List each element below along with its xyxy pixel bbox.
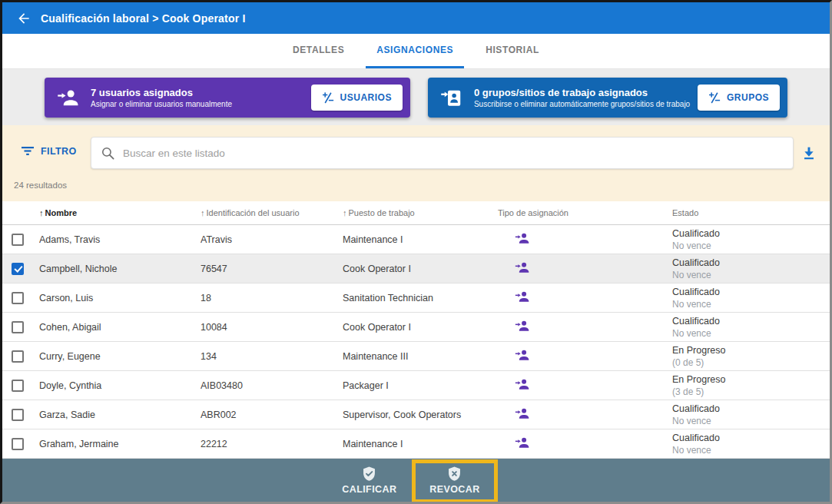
status-detail: No vence (672, 327, 830, 340)
status-detail: No vence (672, 298, 830, 310)
action-toolbar: CALIFICAR REVOCAR (2, 459, 830, 502)
plus-minus-icon (708, 91, 721, 104)
cell-job-title: Maintenance I (343, 439, 498, 449)
row-checkbox[interactable] (12, 263, 24, 275)
column-header-puesto[interactable]: ↑ Puesto de trabajo (343, 208, 498, 217)
back-button[interactable] (13, 8, 35, 29)
table-row[interactable]: Cohen, Abigail 10084 Cook Operator I Cua… (2, 313, 830, 342)
cell-job-title: Maintenance III (343, 351, 498, 362)
table-row[interactable]: Carson, Luis 18 Sanitation Technician Cu… (2, 284, 830, 313)
column-header-nombre[interactable]: ↑ Nombre (39, 208, 201, 217)
column-header-estado[interactable]: Estado (672, 208, 830, 217)
row-checkbox[interactable] (12, 234, 24, 246)
shield-check-icon (361, 466, 377, 482)
revocar-button[interactable]: REVOCAR (422, 464, 487, 496)
table-body: Adams, Travis ATravis Maintenance I Cual… (2, 225, 830, 459)
cell-name: Curry, Eugene (39, 351, 201, 362)
table-header: ↑ Nombre ↑ Identificación del usuario ↑ … (2, 201, 830, 225)
status-text: En Progreso (672, 344, 830, 356)
table-row[interactable]: Campbell, Nichole 76547 Cook Operator I … (2, 254, 830, 284)
users-banner-title: 7 usuarios asignados (91, 86, 311, 99)
grupos-button[interactable]: GRUPOS (698, 85, 780, 111)
download-icon (801, 144, 817, 161)
status-text: Cualificado (672, 227, 830, 240)
cell-name: Graham, Jermaine (39, 439, 201, 449)
cell-name: Adams, Travis (39, 234, 201, 245)
tab-asignaciones[interactable]: ASIGNACIONES (366, 34, 464, 68)
users-assigned-banner: 7 usuarios asignados Asignar o eliminar … (45, 78, 410, 118)
cell-name: Carson, Luis (39, 293, 201, 303)
filter-button[interactable]: FILTRO (21, 145, 77, 157)
search-input[interactable] (123, 148, 784, 159)
sort-ascending-icon: ↑ (39, 208, 44, 217)
status-detail: No vence (672, 444, 830, 456)
status-text: Cualificado (672, 315, 830, 327)
cell-name: Garza, Sadie (39, 410, 201, 420)
cell-job-title: Supervisor, Cook Operators (343, 410, 498, 420)
table-row[interactable]: Doyle, Cynthia AIB03480 Packager I En Pr… (2, 371, 830, 400)
row-checkbox[interactable] (12, 409, 24, 421)
cell-user-id: ATravis (201, 234, 343, 245)
person-add-icon (57, 86, 80, 109)
calificar-button[interactable]: CALIFICAR (334, 464, 404, 496)
revoke-highlight-box: REVOCAR (412, 459, 497, 503)
results-count: 24 resultados (14, 181, 67, 190)
table-row[interactable]: Adams, Travis ATravis Maintenance I Cual… (2, 225, 830, 254)
tab-detalles[interactable]: DETALLES (282, 34, 355, 68)
status-text: Cualificado (672, 257, 830, 269)
cell-user-id: 22212 (201, 439, 343, 449)
groups-banner-subtitle: Suscribirse o eliminar automáticamente g… (474, 99, 698, 109)
plus-minus-icon (322, 91, 334, 104)
table-row[interactable]: Graham, Jermaine 22212 Maintenance I Cua… (2, 429, 830, 459)
cell-user-id: 134 (201, 351, 343, 362)
groups-banner-title: 0 grupos/sitios de trabajo asignados (474, 86, 698, 99)
row-checkbox[interactable] (12, 292, 24, 304)
cell-user-id: AIB03480 (201, 380, 343, 391)
manual-assignment-icon (515, 230, 530, 246)
status-detail: No vence (672, 415, 830, 427)
status-detail: No vence (672, 240, 830, 252)
manual-assignment-icon (515, 406, 530, 421)
cell-user-id: 18 (201, 293, 343, 303)
row-checkbox[interactable] (12, 321, 24, 333)
column-header-tipo[interactable]: Tipo de asignación (498, 208, 672, 217)
manual-assignment-icon (515, 347, 530, 363)
cell-user-id: ABR002 (201, 410, 343, 420)
status-detail: No vence (672, 269, 830, 281)
download-button[interactable] (799, 144, 819, 164)
row-checkbox[interactable] (12, 380, 24, 392)
manual-assignment-icon (515, 289, 530, 304)
status-text: Cualificado (672, 403, 830, 415)
cell-job-title: Cook Operator I (343, 264, 498, 274)
groups-assigned-banner: 0 grupos/sitios de trabajo asignados Sus… (428, 78, 787, 118)
cell-name: Doyle, Cynthia (39, 380, 201, 391)
status-detail: (0 de 5) (672, 356, 830, 369)
manual-assignment-icon (515, 435, 530, 450)
status-text: En Progreso (672, 373, 830, 386)
arrow-left-icon (16, 11, 31, 26)
cell-name: Cohen, Abigail (39, 322, 201, 333)
cell-job-title: Sanitation Technician (343, 293, 498, 303)
app-header: Cualificación laboral > Cook Operator I (2, 2, 830, 34)
row-checkbox[interactable] (12, 438, 24, 450)
manual-assignment-icon (515, 260, 530, 275)
filter-section: FILTRO 24 resultados (2, 125, 830, 201)
sort-ascending-icon: ↑ (201, 208, 205, 217)
manual-assignment-icon (515, 376, 530, 392)
tab-historial[interactable]: HISTORIAL (475, 34, 550, 68)
row-checkbox[interactable] (12, 350, 24, 363)
users-banner-subtitle: Asignar o eliminar usuarios manualmente (91, 99, 311, 109)
shield-x-icon (446, 466, 462, 482)
sort-ascending-icon: ↑ (343, 208, 347, 217)
cell-job-title: Packager I (343, 380, 498, 391)
usuarios-button[interactable]: USUARIOS (311, 85, 403, 111)
cell-job-title: Cook Operator I (343, 322, 498, 333)
table-row[interactable]: Garza, Sadie ABR002 Supervisor, Cook Ope… (2, 400, 830, 429)
cell-job-title: Maintenance I (343, 234, 498, 245)
search-box (91, 137, 794, 169)
status-text: Cualificado (672, 432, 830, 444)
breadcrumb: Cualificación laboral > Cook Operator I (41, 12, 245, 25)
manual-assignment-icon (515, 318, 530, 333)
table-row[interactable]: Curry, Eugene 134 Maintenance III En Pro… (2, 342, 830, 371)
column-header-identificacion[interactable]: ↑ Identificación del usuario (201, 208, 343, 217)
